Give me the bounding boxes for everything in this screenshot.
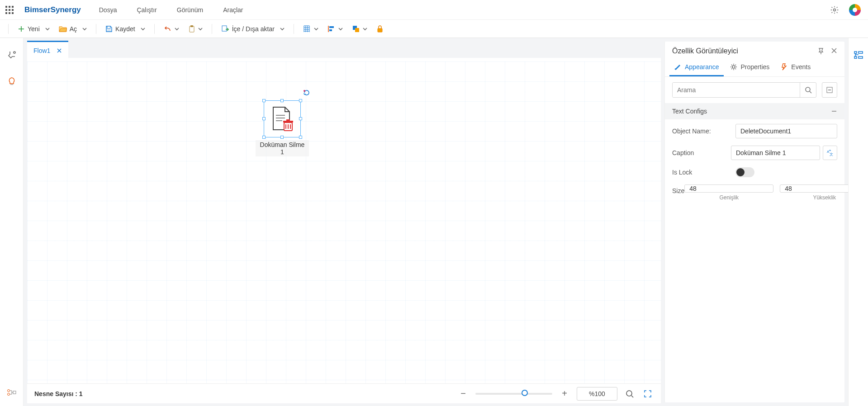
align-button[interactable]: [323, 20, 347, 38]
tab-flow1[interactable]: Flow1: [27, 41, 68, 59]
arrange-button[interactable]: [347, 20, 372, 38]
caption-label: Caption: [672, 149, 731, 156]
flow-icon[interactable]: [5, 386, 18, 399]
zoom-level-display[interactable]: %100: [577, 387, 617, 401]
fullscreen-button[interactable]: [642, 388, 654, 400]
svg-rect-31: [378, 28, 382, 32]
svg-rect-0: [5, 6, 7, 8]
panel-search-input[interactable]: [673, 83, 800, 97]
right-tool-strip: [848, 38, 868, 406]
width-input[interactable]: [684, 184, 773, 193]
design-canvas[interactable]: Doküman Silme 1: [27, 61, 661, 383]
size-label: Size: [672, 184, 684, 194]
new-button[interactable]: Yeni: [13, 20, 54, 38]
apps-grid-icon[interactable]: [5, 6, 24, 14]
menu-file[interactable]: Dosya: [99, 6, 117, 14]
outline-icon[interactable]: [852, 49, 865, 61]
zoom-fit-button[interactable]: [624, 388, 636, 400]
app-logo-icon[interactable]: [847, 2, 863, 18]
section-text-configs-label: Text Configs: [672, 108, 707, 115]
svg-rect-47: [283, 121, 293, 123]
svg-point-34: [7, 390, 9, 392]
svg-line-57: [810, 91, 811, 93]
svg-rect-4: [9, 9, 10, 11]
svg-rect-6: [5, 12, 7, 14]
svg-rect-2: [12, 6, 14, 8]
collapse-section-icon[interactable]: [831, 108, 837, 114]
lock-button[interactable]: [372, 20, 388, 38]
svg-rect-30: [355, 28, 359, 32]
svg-rect-14: [107, 29, 111, 31]
svg-point-9: [834, 9, 836, 11]
collapse-all-button[interactable]: [822, 82, 837, 98]
idea-icon[interactable]: [5, 75, 18, 88]
save-button[interactable]: Kaydet: [101, 20, 150, 38]
left-tool-strip: [0, 38, 24, 406]
tab-events[interactable]: Events: [776, 59, 815, 76]
main-toolbar: Yeni Aç Kaydet İçe / Dışa aktar: [0, 20, 868, 38]
tab-properties-label: Properties: [741, 63, 770, 71]
svg-rect-3: [5, 9, 7, 11]
grid-toggle-button[interactable]: [299, 20, 323, 38]
svg-rect-7: [9, 12, 10, 14]
pin-icon[interactable]: [817, 47, 825, 55]
translate-button[interactable]: A文: [823, 146, 837, 160]
zoom-out-button[interactable]: −: [457, 388, 469, 400]
svg-rect-8: [12, 12, 14, 14]
tab-properties[interactable]: Properties: [726, 59, 774, 76]
tab-events-label: Events: [791, 63, 811, 71]
svg-text:文: 文: [830, 152, 833, 156]
undo-button[interactable]: [159, 20, 184, 38]
import-export-button[interactable]: İçe / Dışa aktar: [217, 20, 289, 38]
close-panel-icon[interactable]: [831, 47, 837, 55]
object-name-input[interactable]: [735, 124, 837, 138]
canvas-node-delete-document[interactable]: Doküman Silme 1: [256, 100, 309, 156]
svg-point-35: [7, 393, 9, 396]
panel-tabs: Appearance Properties Events: [665, 59, 844, 77]
save-label: Kaydet: [115, 25, 135, 33]
zoom-in-button[interactable]: +: [559, 388, 570, 400]
zoom-slider[interactable]: [475, 393, 552, 395]
caption-input[interactable]: [731, 146, 820, 160]
svg-rect-65: [854, 57, 857, 58]
open-button[interactable]: Aç: [54, 20, 91, 38]
properties-panel: Özellik Görüntüleyici Appearance Propert…: [664, 42, 844, 402]
menu-tools[interactable]: Araçlar: [223, 6, 243, 14]
svg-rect-16: [190, 25, 193, 27]
svg-rect-27: [329, 26, 334, 28]
svg-marker-55: [782, 64, 786, 70]
design-canvas-wrapper: Doküman Silme 1 Nesne Sayısı : 1 − + %10…: [27, 58, 661, 403]
menu-view[interactable]: Görünüm: [177, 6, 203, 14]
object-name-label: Object Name:: [672, 127, 735, 135]
svg-line-50: [631, 396, 633, 397]
svg-point-10: [853, 8, 857, 12]
svg-rect-63: [854, 52, 857, 53]
tools-icon[interactable]: [5, 49, 18, 61]
settings-button[interactable]: [828, 4, 841, 16]
svg-rect-66: [859, 57, 863, 58]
clipboard-button[interactable]: [184, 20, 207, 38]
svg-rect-13: [107, 26, 110, 28]
panel-title: Özellik Görüntüleyici: [672, 47, 738, 55]
new-label: Yeni: [28, 25, 40, 33]
rotate-handle-icon[interactable]: [303, 89, 311, 97]
search-icon[interactable]: [800, 83, 816, 97]
svg-point-32: [14, 52, 15, 53]
tab-label: Flow1: [33, 47, 50, 54]
is-lock-toggle[interactable]: [735, 167, 754, 177]
svg-point-54: [732, 66, 735, 68]
menu-run[interactable]: Çalıştır: [137, 6, 157, 14]
svg-rect-5: [12, 9, 14, 11]
svg-rect-64: [859, 52, 863, 53]
tab-appearance[interactable]: Appearance: [669, 59, 724, 76]
svg-rect-36: [13, 391, 16, 394]
svg-rect-48: [286, 119, 290, 121]
tab-appearance-label: Appearance: [685, 63, 719, 71]
section-text-configs-header[interactable]: Text Configs: [665, 103, 844, 119]
is-lock-label: Is Lock: [672, 169, 735, 176]
document-delete-icon: [270, 105, 295, 132]
object-count-label: Nesne Sayısı : 1: [34, 390, 83, 397]
tab-close-icon[interactable]: [57, 48, 62, 53]
brand-label[interactable]: BimserSynergy: [24, 5, 81, 14]
svg-point-49: [626, 391, 632, 396]
